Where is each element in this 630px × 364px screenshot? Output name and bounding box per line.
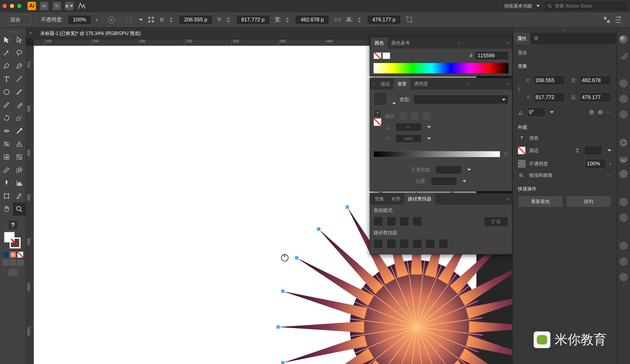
aspect-chevron-icon[interactable] [427, 137, 431, 140]
artboard-tool[interactable] [0, 190, 13, 203]
tab-libraries[interactable]: 库 [530, 33, 542, 44]
eyedropper-tool[interactable] [0, 164, 13, 177]
minus-front-button[interactable] [387, 217, 396, 226]
graphic-styles-icon[interactable] [619, 214, 628, 222]
blend-tool[interactable] [13, 164, 26, 177]
crop-button[interactable] [413, 239, 422, 248]
slice-tool[interactable] [13, 190, 26, 203]
tab-properties[interactable]: 属性 [514, 33, 530, 44]
panel-collapse-icon[interactable]: « [513, 28, 616, 33]
tab-color[interactable]: 颜色 [371, 37, 388, 49]
panel-menu-icon[interactable]: ≡ [504, 41, 511, 45]
stop-position-input[interactable] [431, 177, 457, 185]
scale-tool[interactable] [13, 111, 26, 124]
gradient-stroke-none[interactable] [374, 118, 381, 126]
gradient-type-select[interactable] [413, 95, 508, 104]
bridge-icon[interactable]: Br [40, 2, 48, 10]
selection-tool[interactable] [0, 33, 13, 46]
gradient-slider[interactable] [374, 151, 500, 157]
curvature-tool[interactable] [13, 59, 26, 72]
prefs-icon[interactable] [614, 16, 622, 24]
fx-icon[interactable]: fx. [518, 173, 526, 178]
mesh-tool[interactable] [0, 150, 13, 164]
more-transform-icon[interactable]: ⋯ [606, 109, 611, 115]
fill-stroke-mini-swatch[interactable] [374, 52, 390, 59]
align-icon[interactable] [147, 16, 155, 24]
fill-stroke-swatch[interactable] [4, 232, 22, 250]
close-tab-button[interactable]: × [26, 30, 35, 36]
close-window-button[interactable] [3, 4, 7, 8]
shaper-tool[interactable] [0, 98, 13, 111]
close-panel-button[interactable]: × [371, 82, 377, 86]
delete-stop-icon[interactable] [503, 151, 508, 157]
color-panel-icon[interactable] [619, 35, 628, 44]
tab-transform[interactable]: 变换 [371, 193, 388, 205]
opacity-chevron-icon[interactable]: › [609, 161, 611, 167]
outline-button[interactable] [426, 239, 435, 248]
stop-opacity-chevron-icon[interactable] [467, 169, 471, 171]
rotate-tool[interactable] [0, 111, 13, 124]
layers-panel-icon[interactable] [619, 242, 628, 250]
w-input[interactable] [295, 15, 329, 24]
paintbrush-tool[interactable] [13, 85, 26, 98]
ruler-vertical[interactable]: 75080085090095010001050 [26, 46, 34, 364]
brushes-panel-icon[interactable] [619, 95, 628, 103]
gradient-panel-icon[interactable] [619, 154, 628, 162]
tab-gradient[interactable]: 渐变 [394, 78, 410, 90]
tab-pathfinder[interactable]: 路径查找器 [404, 193, 435, 205]
tab-color-guide[interactable]: 颜色参考 [388, 37, 414, 49]
maximize-window-button[interactable] [17, 4, 21, 8]
flip-v-icon[interactable] [597, 109, 603, 115]
draw-mode-icons[interactable] [3, 259, 23, 266]
stroke-mode-2-icon[interactable] [411, 112, 419, 120]
arrange-button[interactable]: 排列 [566, 196, 612, 208]
hex-input[interactable] [475, 51, 508, 60]
recolor-icon[interactable] [108, 16, 115, 24]
snap-pixel-icon[interactable] [603, 16, 611, 24]
hidden-char-toggle[interactable]: ? [8, 220, 18, 230]
arrange-docs-icon[interactable]: ▦ [65, 2, 73, 10]
pen-tool[interactable] [0, 59, 13, 72]
tab-transparency[interactable]: 透明度 [410, 78, 432, 90]
shape-options-icon[interactable] [406, 16, 413, 24]
more-appearance-icon[interactable]: ⋯ [606, 172, 611, 178]
gradient-aspect-input[interactable] [395, 134, 421, 143]
isolate-icon[interactable] [125, 16, 133, 24]
gradient-preview-swatch[interactable] [374, 92, 387, 106]
flip-h-icon[interactable] [588, 109, 595, 115]
perspective-tool[interactable] [13, 137, 26, 150]
minimize-window-button[interactable] [10, 4, 14, 8]
exclude-button[interactable] [413, 217, 422, 226]
panel-menu-icon[interactable]: ≡ [504, 82, 511, 86]
prop-angle-input[interactable] [527, 107, 545, 117]
type-tool[interactable] [0, 72, 13, 85]
gradient-menu-chevron-icon[interactable] [392, 103, 396, 105]
tab-stroke[interactable]: 描边 [377, 78, 394, 90]
link-wh-icon[interactable] [334, 16, 342, 24]
h-stepper[interactable] [358, 15, 362, 24]
expand-button[interactable]: 扩展 [484, 217, 508, 227]
magic-wand-tool[interactable] [0, 46, 13, 59]
minus-back-button[interactable] [439, 239, 448, 248]
lasso-tool[interactable] [13, 46, 26, 59]
prop-opacity-input[interactable] [585, 159, 606, 168]
angle-select-chevron-icon[interactable] [550, 111, 554, 113]
trim-button[interactable] [387, 239, 396, 248]
panel-collapse-icon[interactable]: » [455, 41, 462, 45]
panel-grip[interactable] [0, 30, 26, 33]
color-mode-swatches[interactable] [3, 252, 23, 258]
color-spectrum[interactable] [374, 63, 508, 73]
stop-opacity-input[interactable] [436, 166, 462, 174]
width-tool[interactable] [0, 124, 13, 137]
stroke-swatch[interactable] [518, 147, 526, 154]
appearance-panel-icon[interactable] [619, 198, 628, 206]
shape-builder-tool[interactable] [0, 137, 13, 150]
y-stepper[interactable] [227, 15, 231, 24]
transparency-panel-icon[interactable] [619, 170, 628, 178]
screen-mode-icon[interactable] [9, 269, 17, 276]
prop-y-input[interactable] [534, 92, 565, 102]
stock-icon[interactable]: St [53, 2, 61, 10]
zoom-tool[interactable] [13, 203, 26, 216]
eraser-tool[interactable] [13, 98, 26, 111]
prop-x-input[interactable] [534, 76, 565, 85]
